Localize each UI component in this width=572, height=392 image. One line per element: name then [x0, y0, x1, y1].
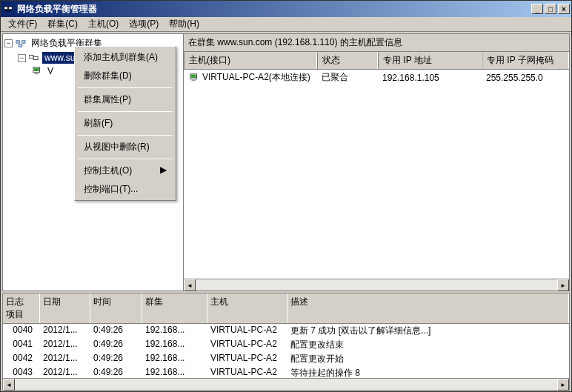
log-row[interactable]: 00402012/1...0:49:26192.168...VIRTUAL-PC… [3, 324, 569, 338]
host-icon [31, 66, 43, 76]
log-col-id[interactable]: 日志项目 [3, 293, 40, 323]
log-cell-host: VIRTUAL-PC-A2 [207, 324, 287, 338]
log-row[interactable]: 00432012/1...0:49:26192.168...VIRTUAL-PC… [3, 366, 569, 378]
svg-rect-7 [19, 44, 21, 46]
host-table-header: 主机(接口) 状态 专用 IP 地址 专用 IP 子网掩码 [184, 52, 569, 70]
context-menu: 添加主机到群集(A) 删除群集(D) 群集属性(P) 刷新(F) 从视图中删除(… [74, 46, 176, 201]
log-cell-id: 0042 [3, 352, 40, 366]
horizontal-scrollbar[interactable]: ◄ ► [184, 279, 569, 290]
maximize-button[interactable]: □ [545, 4, 556, 14]
svg-rect-1 [9, 7, 13, 10]
minimize-button[interactable]: _ [531, 4, 543, 14]
log-cell-date: 2012/1... [40, 338, 90, 352]
menu-separator [78, 159, 173, 159]
log-col-cluster[interactable]: 群集 [142, 293, 207, 323]
scroll-right-button[interactable]: ► [557, 279, 569, 291]
cluster-icon [28, 53, 40, 63]
host-ip: 192.168.1.105 [378, 70, 482, 85]
cm-control-host-label: 控制主机(O) [84, 165, 132, 176]
log-cell-time: 0:49:26 [90, 352, 142, 366]
log-cell-desc: 等待挂起的操作 8 [287, 366, 569, 378]
tree-host-label: V [45, 65, 56, 77]
log-col-host[interactable]: 主机 [207, 293, 287, 323]
log-cell-time: 0:49:26 [90, 324, 142, 338]
log-cell-time: 0:49:26 [90, 366, 142, 378]
log-col-time[interactable]: 时间 [90, 293, 142, 323]
app-icon [2, 3, 14, 15]
host-mask: 255.255.255.0 [482, 70, 569, 85]
scroll-right-button[interactable]: ► [557, 379, 569, 391]
window-controls: _ □ × [531, 4, 570, 14]
menu-host[interactable]: 主机(O) [84, 16, 123, 32]
col-header-mask[interactable]: 专用 IP 子网掩码 [482, 52, 569, 69]
tree-pane: − 网络负载平衡群集 − www.sun.com (192.168.1.110) [3, 34, 184, 290]
scroll-track[interactable] [196, 279, 557, 290]
scroll-left-button[interactable]: ◄ [184, 279, 196, 291]
log-row[interactable]: 00422012/1...0:49:26192.168...VIRTUAL-PC… [3, 352, 569, 366]
cm-remove-view[interactable]: 从视图中删除(R) [76, 138, 174, 156]
host-table-body: VIRTUAL-PC-A2(本地连接) 已聚合 192.168.1.105 25… [184, 70, 569, 279]
scroll-left-button[interactable]: ◄ [3, 379, 15, 391]
log-cell-desc: 配置更改结束 [287, 338, 569, 352]
menu-help[interactable]: 帮助(H) [164, 16, 204, 32]
detail-header: 在群集 www.sun.com (192.168.1.110) 的主机配置信息 [184, 34, 569, 52]
host-name: VIRTUAL-PC-A2(本地连接) [202, 71, 310, 84]
log-cell-date: 2012/1... [40, 352, 90, 366]
menu-separator [78, 87, 173, 88]
menu-options[interactable]: 选项(P) [124, 16, 163, 32]
svg-rect-5 [16, 40, 19, 42]
window-title: 网络负载平衡管理器 [17, 3, 531, 16]
cm-add-host[interactable]: 添加主机到群集(A) [76, 48, 174, 67]
svg-rect-8 [29, 56, 33, 59]
svg-rect-9 [33, 56, 38, 59]
cm-control-host[interactable]: 控制主机(O)▶ [76, 162, 174, 180]
log-cell-date: 2012/1... [40, 366, 90, 378]
menu-separator [78, 135, 173, 136]
close-button[interactable]: × [558, 4, 570, 14]
scroll-track[interactable] [15, 379, 557, 390]
svg-rect-12 [35, 73, 39, 75]
log-col-desc[interactable]: 描述 [287, 293, 569, 323]
cm-properties[interactable]: 群集属性(P) [76, 90, 174, 109]
log-cell-time: 0:49:26 [90, 338, 142, 352]
log-cell-date: 2012/1... [40, 324, 90, 338]
log-col-date[interactable]: 日期 [40, 293, 90, 323]
log-cell-cluster: 192.168... [142, 352, 207, 366]
host-row[interactable]: VIRTUAL-PC-A2(本地连接) 已聚合 192.168.1.105 25… [184, 70, 569, 85]
cm-delete-cluster[interactable]: 删除群集(D) [76, 67, 174, 85]
col-header-ip[interactable]: 专用 IP 地址 [378, 52, 482, 69]
log-header: 日志项目 日期 时间 群集 主机 描述 [3, 293, 569, 324]
chevron-right-icon: ▶ [160, 165, 167, 175]
cm-refresh[interactable]: 刷新(F) [76, 114, 174, 133]
log-cell-id: 0041 [3, 338, 40, 352]
svg-rect-6 [22, 40, 25, 42]
menu-file[interactable]: 文件(F) [4, 16, 41, 32]
log-cell-id: 0043 [3, 366, 40, 378]
menu-separator [78, 111, 173, 112]
cm-control-port[interactable]: 控制端口(T)... [76, 180, 174, 199]
log-cell-desc: 配置更改开始 [287, 352, 569, 366]
menu-cluster[interactable]: 群集(C) [43, 16, 82, 32]
log-cell-cluster: 192.168... [142, 338, 207, 352]
host-icon [188, 73, 200, 83]
log-cell-host: VIRTUAL-PC-A2 [207, 352, 287, 366]
expand-icon[interactable]: − [4, 39, 13, 47]
col-header-status[interactable]: 状态 [317, 52, 378, 69]
svg-rect-14 [191, 74, 196, 77]
log-cell-id: 0040 [3, 324, 40, 338]
horizontal-scrollbar[interactable]: ◄ ► [3, 378, 569, 390]
svg-rect-0 [4, 7, 8, 10]
host-status: 已聚合 [317, 70, 378, 85]
menu-bar: 文件(F) 群集(C) 主机(O) 选项(P) 帮助(H) [1, 17, 571, 32]
log-row[interactable]: 00412012/1...0:49:26192.168...VIRTUAL-PC… [3, 338, 569, 352]
col-header-host[interactable]: 主机(接口) [184, 52, 317, 69]
log-cell-host: VIRTUAL-PC-A2 [207, 366, 287, 378]
expand-icon[interactable]: − [18, 54, 26, 62]
cluster-group-icon [15, 39, 27, 49]
log-cell-cluster: 192.168... [142, 324, 207, 338]
title-bar: 网络负载平衡管理器 _ □ × [1, 1, 571, 17]
log-cell-cluster: 192.168... [142, 366, 207, 378]
log-body: 00402012/1...0:49:26192.168...VIRTUAL-PC… [3, 324, 569, 378]
log-cell-host: VIRTUAL-PC-A2 [207, 338, 287, 352]
main-content: − 网络负载平衡群集 − www.sun.com (192.168.1.110) [2, 33, 570, 291]
